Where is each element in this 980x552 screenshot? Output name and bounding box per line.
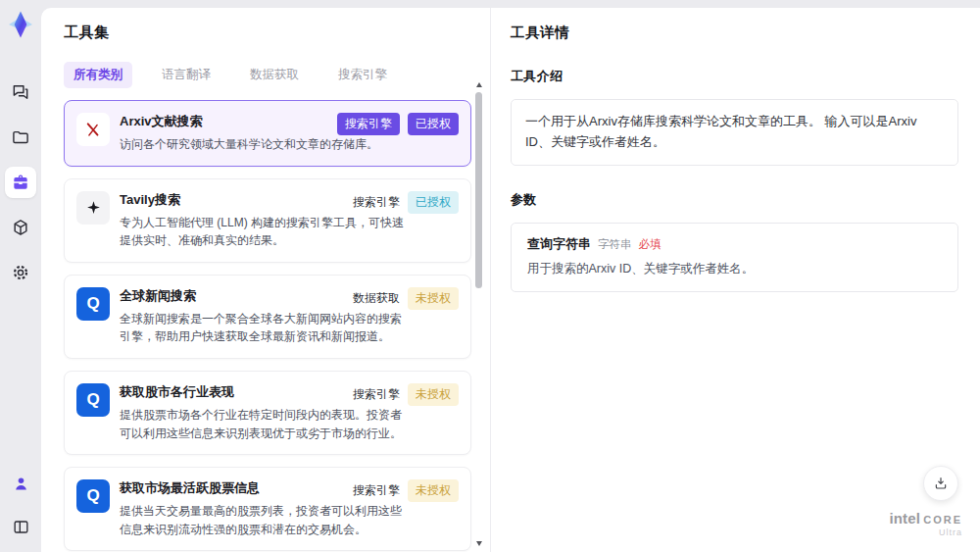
download-button[interactable] bbox=[923, 466, 958, 501]
tab-search-engine[interactable]: 搜索引擎 bbox=[328, 62, 397, 88]
toolbox-icon bbox=[11, 173, 30, 192]
auth-status-badge: 未授权 bbox=[408, 479, 459, 502]
auth-status-badge: 已授权 bbox=[408, 113, 459, 135]
panel-icon bbox=[12, 518, 30, 536]
auth-status-badge: 已授权 bbox=[408, 191, 459, 214]
category-label: 搜索引擎 bbox=[353, 482, 400, 499]
param-item: 查询字符串 字符串 必填 用于搜索的Arxiv ID、关键字或作者姓名。 bbox=[511, 223, 958, 292]
user-icon bbox=[12, 475, 30, 493]
tool-card-list: Arxiv文献搜索 访问各个研究领域大量科学论文和文章的存储库。 搜索引擎 已授… bbox=[64, 100, 471, 552]
q-blue-logo-icon: Q bbox=[76, 287, 110, 321]
intel-core-logo: intel CORE Ultra bbox=[889, 511, 962, 538]
download-icon bbox=[933, 476, 949, 491]
tool-description: 全球新闻搜索是一个聚合全球各大新闻网站内容的搜索引擎，帮助用户快速获取全球最新资… bbox=[120, 310, 408, 346]
tool-description: 提供当天交易量最高的股票列表，投资者可以利用这些信息来识别流动性强的股票和潜在的… bbox=[120, 502, 408, 538]
tool-description: 访问各个研究领域大量科学论文和文章的存储库。 bbox=[120, 135, 408, 154]
main-surface: 工具集 所有类别 语言翻译 数据获取 搜索引擎 A bbox=[41, 8, 980, 552]
package-icon bbox=[11, 218, 30, 237]
category-label: 搜索引擎 bbox=[353, 386, 400, 403]
sidebar-item-account[interactable] bbox=[5, 468, 36, 499]
tool-description: 提供股票市场各个行业在特定时间段内的表现。投资者可以利用这些信息来识别表现优于或… bbox=[120, 406, 408, 442]
logo-diamond-icon bbox=[5, 9, 36, 40]
intro-heading: 工具介绍 bbox=[511, 68, 958, 85]
tool-list-pane: 工具集 所有类别 语言翻译 数据获取 搜索引擎 A bbox=[41, 8, 490, 552]
scroll-up-arrow-icon[interactable] bbox=[476, 82, 482, 87]
auth-status-badge: 未授权 bbox=[408, 383, 459, 406]
sidebar-item-chat[interactable] bbox=[5, 76, 36, 108]
app-logo bbox=[4, 8, 37, 41]
sidebar-item-packages[interactable] bbox=[5, 212, 36, 243]
category-label: 搜索引擎 bbox=[353, 194, 400, 211]
category-label: 数据获取 bbox=[353, 290, 400, 307]
auth-status-badge: 未授权 bbox=[408, 287, 459, 310]
scroll-down-arrow-icon[interactable] bbox=[476, 541, 482, 546]
scrollbar-thumb[interactable] bbox=[475, 92, 482, 288]
q-blue-logo-icon: Q bbox=[76, 479, 110, 513]
param-name: 查询字符串 bbox=[527, 235, 591, 253]
sidebar bbox=[0, 0, 41, 552]
sidebar-item-files[interactable] bbox=[5, 122, 36, 153]
app-window: 工具集 所有类别 语言翻译 数据获取 搜索引擎 A bbox=[0, 0, 980, 552]
category-tabs: 所有类别 语言翻译 数据获取 搜索引擎 bbox=[64, 62, 490, 88]
params-heading: 参数 bbox=[511, 191, 958, 209]
q-blue-logo-icon: Q bbox=[76, 383, 110, 417]
tool-intro-box: 一个用于从Arxiv存储库搜索科学论文和文章的工具。 输入可以是Arxiv ID… bbox=[511, 99, 958, 166]
chat-icon bbox=[11, 82, 30, 102]
folder-icon bbox=[11, 127, 30, 147]
tool-card-global-news[interactable]: Q 全球新闻搜索 全球新闻搜索是一个聚合全球各大新闻网站内容的搜索引擎，帮助用户… bbox=[64, 275, 471, 359]
tool-card-sector-performance[interactable]: Q 获取股市各行业表现 提供股票市场各个行业在特定时间段内的表现。投资者可以利用… bbox=[64, 371, 471, 455]
sidebar-item-tools[interactable] bbox=[5, 167, 36, 198]
gear-icon bbox=[11, 263, 30, 282]
param-type: 字符串 bbox=[598, 237, 632, 252]
tool-description: 专为人工智能代理 (LLM) 构建的搜索引擎工具，可快速提供实时、准确和真实的结… bbox=[120, 214, 408, 250]
list-scrollbar[interactable] bbox=[474, 80, 484, 548]
detail-title: 工具详情 bbox=[511, 24, 958, 42]
param-required-label: 必填 bbox=[639, 237, 662, 252]
tab-all-categories[interactable]: 所有类别 bbox=[64, 62, 132, 88]
sparkle-logo-icon bbox=[76, 191, 110, 225]
sidebar-item-settings[interactable] bbox=[5, 257, 36, 288]
tool-card-tavily[interactable]: Tavily搜索 专为人工智能代理 (LLM) 构建的搜索引擎工具，可快速提供实… bbox=[64, 178, 471, 263]
sidebar-item-collapse[interactable] bbox=[5, 511, 36, 542]
tab-data-fetch[interactable]: 数据获取 bbox=[240, 62, 309, 88]
page-title: 工具集 bbox=[64, 24, 490, 42]
param-description: 用于搜索的Arxiv ID、关键字或作者姓名。 bbox=[527, 261, 942, 277]
tab-language-translation[interactable]: 语言翻译 bbox=[152, 62, 220, 88]
arxiv-logo-icon bbox=[76, 113, 110, 146]
tier-wordmark: Ultra bbox=[889, 528, 962, 538]
tool-card-arxiv[interactable]: Arxiv文献搜索 访问各个研究领域大量科学论文和文章的存储库。 搜索引擎 已授… bbox=[64, 100, 471, 167]
category-badge: 搜索引擎 bbox=[337, 113, 400, 135]
tool-detail-pane: 工具详情 工具介绍 一个用于从Arxiv存储库搜索科学论文和文章的工具。 输入可… bbox=[490, 8, 980, 552]
core-wordmark: CORE bbox=[923, 514, 962, 526]
tool-card-active-stocks[interactable]: Q 获取市场最活跃股票信息 提供当天交易量最高的股票列表，投资者可以利用这些信息… bbox=[64, 467, 471, 551]
intel-wordmark: intel bbox=[889, 511, 920, 527]
